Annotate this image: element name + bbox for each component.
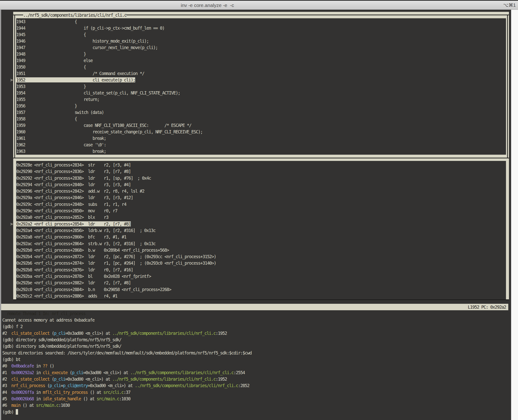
source-line-text: 1945 { bbox=[16, 32, 86, 37]
source-line-text: 1948 } bbox=[16, 51, 86, 57]
console-text-segment: 0x0badcafe bbox=[11, 363, 34, 368]
disassembly-line: 0x292b4 <nrf_cli_process+2872> ldr r2, [… bbox=[16, 253, 506, 260]
source-line: 1950 { bbox=[16, 64, 506, 70]
source-line: 1946 history_mode_exit(p_cli); bbox=[16, 38, 506, 44]
source-line-text: 1955 return; bbox=[16, 97, 99, 102]
console-text-segment: () at bbox=[20, 403, 36, 408]
console-text-segment: () at bbox=[81, 396, 96, 401]
source-line-text: 1952 cli_execute(p_cli); bbox=[16, 77, 135, 82]
source-line-text: 1951 /* Command execution */ bbox=[16, 71, 144, 76]
current-instruction-marker: > bbox=[10, 221, 16, 227]
status-bar-left: remote Thread 1 In: nrf_cli_process bbox=[7, 311, 85, 316]
disassembly-line-text: 0x292a4 <nrf_cli_process+2856> ldrb.w r3… bbox=[16, 228, 155, 233]
source-line: 1962 case '\0': bbox=[16, 142, 506, 148]
console-text-segment: #4 bbox=[2, 390, 11, 395]
disassembly-line: 0x292ac <nrf_cli_process+2864> strb.w r3… bbox=[16, 240, 506, 247]
disassembly-line: 0x292be <nrf_cli_process+2882> ldr r2, [… bbox=[16, 279, 506, 286]
source-line-text: 1943 { bbox=[16, 19, 77, 24]
disassembly-line: 0x292b6 <nrf_cli_process+2874> ldr r1, [… bbox=[16, 260, 506, 266]
console-line: #2 cli_state_collect (p_cli=0x3ad00 <m_c… bbox=[2, 330, 509, 337]
source-line: 1953 } bbox=[16, 83, 506, 90]
source-line: 1947 cursor_next_line_move(p_cli); bbox=[16, 44, 506, 51]
disassembly-line: 0x292ba <nrf_cli_process+2878> bl 0x2e02… bbox=[16, 273, 506, 279]
source-line: 1944 if (p_cli->p_ctx->cmd_buff_len == 0… bbox=[16, 25, 506, 31]
disassembly-line: 0x292a4 <nrf_cli_process+2856> ldrb.w r3… bbox=[16, 227, 506, 234]
source-line-text: 1958 { bbox=[16, 116, 77, 121]
source-window-border-right-line bbox=[507, 15, 508, 158]
console-text-segment: (gdb) directory sdk/embedded/platforms/n… bbox=[2, 337, 121, 342]
console-line: (gdb) directory sdk/embedded/platforms/n… bbox=[2, 337, 509, 343]
console-text-segment: ( bbox=[67, 370, 72, 375]
disassembly-line-text: 0x2929c <nrf_cli_process+2848> subs r1, … bbox=[16, 202, 126, 207]
console-text-segment: :37 bbox=[124, 390, 130, 395]
console-text-segment: (gdb) bbox=[2, 409, 16, 414]
console-text-segment: ( bbox=[50, 331, 54, 336]
console-text-segment: ../nrf5_sdk/components/libraries/cli/nrf… bbox=[112, 331, 215, 336]
source-line: 1945 { bbox=[16, 31, 506, 38]
console-text-segment: :1030 bbox=[59, 403, 70, 408]
console-text-segment: src/main.c bbox=[36, 403, 59, 408]
console-text-segment: :2554 bbox=[234, 370, 245, 375]
source-line: 1957 switch (data) bbox=[16, 109, 506, 116]
disassembly-line: 0x292c0 <nrf_cli_process+2884> b.n 0x290… bbox=[16, 286, 506, 293]
source-line-text: 1960 receive_state_change(p_cli, NRF_CLI… bbox=[16, 129, 202, 134]
console-text-segment: =0x3ad00 <m_cli>) at bbox=[83, 370, 130, 375]
console-text-segment: p_cli bbox=[54, 376, 65, 382]
source-line: 1955 return; bbox=[16, 96, 506, 103]
console-text-segment: ( bbox=[50, 376, 54, 382]
window-titlebar[interactable]: inv -e core.analyze -e -c ⌥⌘1 bbox=[0, 0, 518, 10]
disassembly-line-text: 0x2929a <nrf_cli_process+2846> ldr r3, [… bbox=[16, 195, 133, 200]
console-text-segment: main bbox=[11, 403, 20, 408]
console-text-segment: mflt_cli_try_process bbox=[43, 390, 88, 395]
source-line-text: 1956 } bbox=[16, 103, 77, 108]
disassembly-line: 0x2929e <nrf_cli_process+2850> mov r0, r… bbox=[16, 207, 506, 214]
source-line: 1961 break; bbox=[16, 135, 506, 142]
console-text-segment: () bbox=[47, 363, 54, 368]
console-text-segment: in bbox=[34, 396, 43, 401]
window-title: inv -e core.analyze -e -c bbox=[181, 3, 234, 8]
console-text-segment: in bbox=[34, 370, 43, 375]
source-line: 1960 receive_state_change(p_cli, NRF_CLI… bbox=[16, 128, 506, 135]
window-shortcut-badge: ⌥⌘1 bbox=[503, 2, 516, 8]
disassembly-line-text: 0x2928e <nrf_cli_process+2834> str r2, [… bbox=[16, 162, 131, 167]
source-line-text: 1954 cli_state_set(p_cli, NRF_CLI_STATE_… bbox=[16, 90, 180, 95]
status-bar-right: L1952 PC: 0x292a2 bbox=[468, 304, 506, 310]
disassembly-line-current: 0x292a2 <nrf_cli_process+2854> ldr r2, [… bbox=[16, 221, 506, 227]
terminal-cursor[interactable] bbox=[16, 409, 18, 415]
console-text-segment: #5 bbox=[2, 396, 11, 401]
source-line: 1956 } bbox=[16, 103, 506, 109]
console-line: #3 nrf_cli_process (p_cli=p_cli@entry=0x… bbox=[2, 382, 509, 389]
console-text-segment: 0x00026b68 bbox=[11, 396, 34, 401]
disassembly-line: 0x292a0 <nrf_cli_process+2852> blx r3 bbox=[16, 214, 506, 220]
console-text-segment: =0x3ad00 <m_cli>) at bbox=[65, 331, 112, 336]
console-text-segment: (gdb) bt bbox=[2, 357, 20, 362]
source-line-text: 1959 case NRF_CLI_VT100_ASCII_ESC: /* ES… bbox=[16, 123, 192, 128]
console-line: (gdb) f 2 bbox=[2, 323, 509, 330]
console-text-segment: #3 bbox=[2, 383, 11, 388]
source-line: 1958 { bbox=[16, 116, 506, 122]
disassembly-line-text: 0x292b6 <nrf_cli_process+2874> ldr r1, [… bbox=[16, 261, 216, 266]
console-line: Source directories searched: /Users/tyle… bbox=[2, 350, 509, 356]
gdb-console[interactable]: Cannot access memory at address 0xbadcaf… bbox=[2, 317, 509, 415]
disassembly-line-text: 0x292be <nrf_cli_process+2882> ldr r2, [… bbox=[16, 280, 131, 285]
status-bar: remote Thread 1 In: nrf_cli_process L195… bbox=[1, 304, 508, 310]
source-line-text: 1946 history_mode_exit(p_cli); bbox=[16, 38, 148, 44]
source-line-text: 1947 cursor_next_line_move(p_cli); bbox=[16, 45, 158, 50]
console-text-segment: #2 bbox=[2, 331, 11, 336]
current-source-line-marker: > bbox=[10, 77, 16, 83]
console-line: Cannot access memory at address 0xbadcaf… bbox=[2, 317, 509, 323]
source-line-text: 1949 else bbox=[16, 58, 93, 63]
disassembly-line-text: 0x292b4 <nrf_cli_process+2872> ldr r2, [… bbox=[16, 254, 216, 259]
source-line-text: 1944 if (p_cli->p_ctx->cmd_buff_len == 0… bbox=[16, 25, 164, 30]
disassembly-line: 0x2929c <nrf_cli_process+2848> subs r1, … bbox=[16, 201, 506, 207]
console-text-segment: ../nrf5_sdk/components/libraries/cli/nrf… bbox=[130, 370, 234, 375]
console-text-segment: 0x00026ffa bbox=[11, 390, 34, 395]
console-text-segment: :1952 bbox=[215, 376, 227, 382]
disassembly-line-text: 0x292c2 <nrf_cli_process+2886> adds r4, … bbox=[16, 293, 117, 299]
screen: { "window": { "title": "inv -e core.anal… bbox=[0, 0, 518, 420]
console-text-segment: :2852 bbox=[238, 383, 249, 388]
source-line-current: 1952 cli_execute(p_cli); bbox=[16, 77, 506, 83]
scrollbar[interactable] bbox=[511, 10, 518, 420]
disassembly-line: 0x292b0 <nrf_cli_process+2868> b.w 0x289… bbox=[16, 247, 506, 253]
console-text-segment: #2 bbox=[2, 376, 11, 382]
